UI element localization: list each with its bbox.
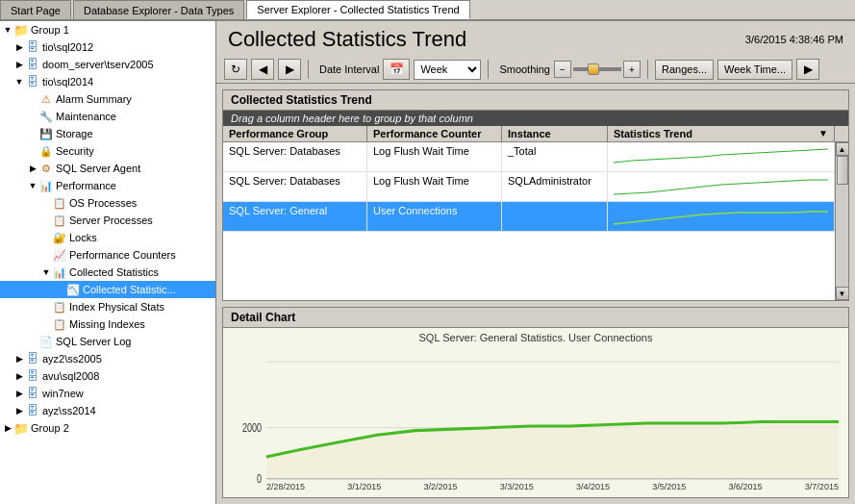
os-proc-icon: 📋 <box>52 195 67 211</box>
expand-sql2014-icon[interactable]: ▼ <box>13 76 25 88</box>
col-stats-trend[interactable]: Statistics Trend ▼ <box>608 126 835 141</box>
expand-alarm-icon <box>27 93 38 105</box>
calendar-icon-btn[interactable]: 📅 <box>383 59 410 80</box>
trend-svg-1 <box>614 145 828 166</box>
more-button[interactable]: ▶ <box>796 59 819 80</box>
tree-avu[interactable]: ▶ 🗄 avu\sql2008 <box>0 367 215 385</box>
cell-instance-3 <box>502 202 608 231</box>
header-datetime: 3/6/2015 4:38:46 PM <box>745 34 843 45</box>
log-icon: 📄 <box>38 334 54 349</box>
expand-group1-icon[interactable]: ▼ <box>2 24 13 36</box>
refresh-button[interactable]: ↻ <box>224 59 247 80</box>
smoothing-label: Smoothing <box>499 63 550 75</box>
tree-group2[interactable]: ▶ 📁 Group 2 <box>0 419 215 437</box>
expand-sql2012-icon[interactable]: ▶ <box>13 41 25 53</box>
tree-collected-stats[interactable]: ▼ 📊 Collected Statistics <box>0 264 215 281</box>
x-labels: 2/28/2015 3/1/2015 3/2/2015 3/3/2015 3/4… <box>266 482 839 491</box>
table-row[interactable]: SQL Server: Databases Log Flush Wait Tim… <box>223 142 835 172</box>
chart-section-header: Detail Chart <box>223 308 848 328</box>
expand-ayz2-icon[interactable]: ▶ <box>13 353 25 365</box>
tree-os-processes[interactable]: 📋 OS Processes <box>0 194 215 212</box>
folder-icon: 📁 <box>13 22 29 38</box>
tree-sql-agent[interactable]: ▶ ⚙ SQL Server Agent <box>0 160 215 177</box>
tree-ayz-ss2014[interactable]: ▶ 🗄 ayz\ss2014 <box>0 402 215 419</box>
tree-win7[interactable]: ▶ 🗄 win7new <box>0 385 215 402</box>
expand-group2-icon[interactable]: ▶ <box>2 422 13 434</box>
smooth-slider-thumb[interactable] <box>588 63 599 75</box>
tree-server-sql2014[interactable]: ▼ 🗄 tio\sql2014 <box>0 73 215 90</box>
col-perf-group[interactable]: Performance Group <box>223 126 367 141</box>
cell-trend-2 <box>608 172 835 201</box>
expand-ayz-icon[interactable]: ▶ <box>13 405 25 416</box>
tab-start-page[interactable]: Start Page <box>0 0 71 19</box>
tab-db-explorer[interactable]: Database Explorer - Data Types <box>73 0 244 19</box>
scrollbar-down-button[interactable]: ▼ <box>836 287 849 300</box>
tree-storage[interactable]: 💾 Storage <box>0 125 215 142</box>
expand-avu-icon[interactable]: ▶ <box>13 370 25 382</box>
index-physical-label: Index Physical Stats <box>69 301 164 313</box>
grid-section: Collected Statistics Trend Drag a column… <box>222 89 849 301</box>
table-row[interactable]: SQL Server: General User Connections <box>223 202 835 232</box>
col-instance[interactable]: Instance <box>502 126 608 141</box>
win7-label: win7new <box>42 388 84 399</box>
content-header: Collected Statistics Trend 3/6/2015 4:38… <box>216 21 855 56</box>
smooth-plus-button[interactable]: + <box>623 61 641 78</box>
smooth-minus-button[interactable]: − <box>554 61 571 78</box>
tree-sql-log[interactable]: 📄 SQL Server Log <box>0 333 215 350</box>
tree-index-physical[interactable]: 📋 Index Physical Stats <box>0 298 215 315</box>
group1-label: Group 1 <box>31 24 69 36</box>
svg-text:0: 0 <box>257 472 262 486</box>
cell-trend-1 <box>608 142 835 171</box>
scrollbar-track[interactable] <box>837 156 848 287</box>
right-panel: Collected Statistics Trend 3/6/2015 4:38… <box>216 21 855 504</box>
ranges-button[interactable]: Ranges... <box>655 60 714 80</box>
tree-security[interactable]: 🔒 Security <box>0 142 215 160</box>
scrollbar-up-button[interactable]: ▲ <box>836 142 849 156</box>
col-perf-counter[interactable]: Performance Counter <box>367 126 502 141</box>
tab-server-explorer[interactable]: Server Explorer - Collected Statistics T… <box>246 0 469 19</box>
x-label-5: 3/5/2015 <box>652 482 686 491</box>
expand-cstats-icon[interactable]: ▼ <box>40 266 52 278</box>
x-label-4: 3/4/2015 <box>576 482 610 491</box>
tree-ayz2[interactable]: ▶ 🗄 ayz2\ss2005 <box>0 350 215 367</box>
smooth-slider[interactable] <box>573 67 621 71</box>
cell-instance-1: _Total <box>502 142 608 171</box>
tree-collected-statistic-selected[interactable]: 📉 Collected Statistic... <box>0 281 215 298</box>
tree-locks[interactable]: 🔐 Locks <box>0 229 215 246</box>
tree-server-processes[interactable]: 📋 Server Processes <box>0 212 215 229</box>
tree-alarm-summary[interactable]: ⚠ Alarm Summary <box>0 90 215 108</box>
x-label-6: 3/6/2015 <box>729 482 763 491</box>
week-select[interactable]: Week <box>414 60 481 80</box>
week-time-button[interactable]: Week Time... <box>717 60 792 80</box>
table-row[interactable]: SQL Server: Databases Log Flush Wait Tim… <box>223 172 835 202</box>
grid-columns: Performance Group Performance Counter In… <box>223 126 848 142</box>
tree-server-sql2012[interactable]: ▶ 🗄 tio\sql2012 <box>0 38 215 56</box>
tree-perf-counters[interactable]: 📈 Performance Counters <box>0 246 215 264</box>
detail-chart-svg: 2000 0 <box>223 347 848 493</box>
tree-missing-indexes[interactable]: 📋 Missing Indexes <box>0 315 215 333</box>
expand-tserv-icon[interactable]: ▶ <box>13 59 25 70</box>
tree-server-tserv2005[interactable]: ▶ 🗄 doom_server\tserv2005 <box>0 56 215 73</box>
tree-maintenance[interactable]: 🔧 Maintenance <box>0 108 215 125</box>
security-icon: 🔒 <box>38 143 54 159</box>
left-panel: ▼ 📁 Group 1 ▶ 🗄 tio\sql2012 ▶ 🗄 doom_ser… <box>0 21 216 504</box>
cell-perf-group-2: SQL Server: Databases <box>223 172 367 201</box>
x-label-1: 3/1/2015 <box>347 482 381 491</box>
db-icon: 🗄 <box>25 39 40 55</box>
forward-button[interactable]: ▶ <box>278 59 301 80</box>
perf-icon: 📊 <box>38 178 54 193</box>
expand-perf-icon[interactable]: ▼ <box>27 180 38 191</box>
alarm-icon: ⚠ <box>38 91 54 107</box>
back-button[interactable]: ◀ <box>251 59 274 80</box>
scrollbar-thumb[interactable] <box>837 156 848 185</box>
tree-performance[interactable]: ▼ 📊 Performance <box>0 177 215 194</box>
maintenance-label: Maintenance <box>56 111 116 122</box>
collected-statistic-label: Collected Statistic... <box>83 284 176 295</box>
cstat-chart-icon: 📉 <box>65 282 81 297</box>
expand-agent-icon[interactable]: ▶ <box>27 163 38 174</box>
expand-win7-icon[interactable]: ▶ <box>13 388 25 399</box>
tree: ▼ 📁 Group 1 ▶ 🗄 tio\sql2012 ▶ 🗄 doom_ser… <box>0 21 215 437</box>
tree-group1[interactable]: ▼ 📁 Group 1 <box>0 21 215 38</box>
tserv2005-label: doom_server\tserv2005 <box>42 59 154 70</box>
tab-bar: Start Page Database Explorer - Data Type… <box>0 0 855 21</box>
